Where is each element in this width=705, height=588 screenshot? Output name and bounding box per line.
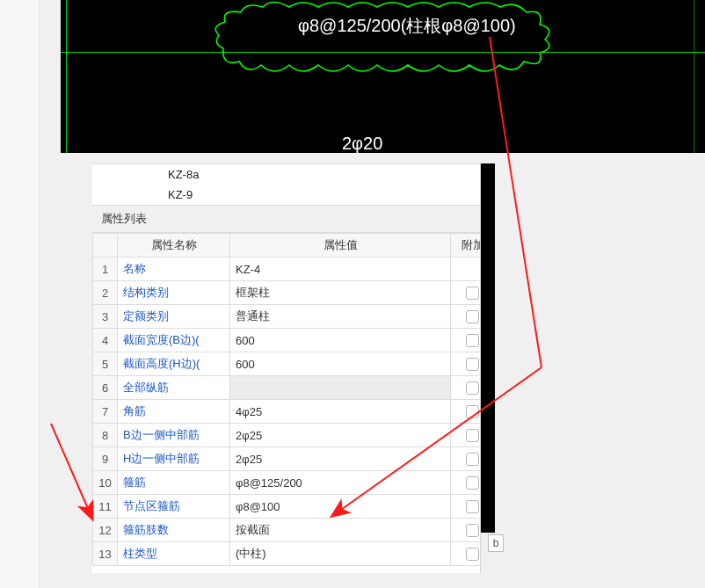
property-name[interactable]: 截面宽度(B边)(	[118, 329, 230, 352]
property-name[interactable]: 箍筋肢数	[118, 519, 230, 542]
table-row[interactable]: 12箍筋肢数按截面	[93, 519, 495, 542]
table-row[interactable]: 9H边一侧中部筋2φ25	[93, 447, 495, 471]
viewport-edge-strip	[481, 163, 495, 533]
component-list: KZ-8a KZ-9	[92, 164, 495, 205]
svg-line-2	[51, 424, 92, 519]
property-name[interactable]: 柱类型	[118, 542, 230, 566]
property-value[interactable]: 按截面	[230, 519, 451, 542]
checkbox-icon[interactable]	[466, 476, 479, 490]
property-name[interactable]: 名称	[118, 258, 230, 281]
col-blank	[93, 234, 118, 258]
property-name[interactable]: B边一侧中部筋	[118, 424, 230, 447]
row-index: 4	[93, 329, 118, 352]
property-name[interactable]: 箍筋	[118, 471, 230, 495]
row-index: 9	[93, 447, 118, 471]
row-index: 12	[93, 519, 118, 542]
cad-viewport[interactable]: φ8@125/200(柱根φ8@100) 2φ20	[61, 0, 705, 153]
table-row[interactable]: 13柱类型(中柱)	[93, 542, 495, 566]
checkbox-icon[interactable]	[466, 334, 479, 347]
checkbox-icon[interactable]	[466, 524, 479, 537]
checkbox-icon[interactable]	[466, 548, 479, 561]
component-list-item[interactable]: KZ-8a	[92, 164, 495, 185]
table-row[interactable]: 8B边一侧中部筋2φ25	[93, 424, 495, 447]
property-value[interactable]: 4φ25	[230, 400, 451, 424]
row-index: 13	[93, 542, 118, 566]
component-list-item[interactable]: KZ-9	[92, 185, 495, 205]
row-index: 7	[93, 400, 118, 424]
cad-axis-vertical	[66, 0, 67, 153]
row-index: 10	[93, 471, 118, 495]
cad-axis-horizontal	[61, 52, 705, 53]
property-value[interactable]: 600	[230, 329, 451, 352]
table-row[interactable]: 3定额类别普通柱	[93, 305, 495, 329]
property-name[interactable]: 截面高度(H边)(	[118, 352, 230, 376]
row-index: 6	[93, 376, 118, 400]
property-table: 属性名称 属性值 附加 1名称KZ-42结构类别框架柱3定额类别普通柱4截面宽度…	[92, 233, 495, 566]
cad-stirrup-annotation: φ8@125/200(柱根φ8@100)	[298, 14, 516, 38]
table-row[interactable]: 10箍筋φ8@125/200	[93, 471, 495, 495]
property-value[interactable]: KZ-4	[230, 258, 451, 281]
table-row[interactable]: 6全部纵筋	[93, 376, 495, 400]
property-panel: KZ-8a KZ-9 属性列表 属性名称 属性值 附加 1名称KZ-42结构类别…	[92, 163, 495, 573]
aux-mini-button[interactable]: b	[488, 534, 504, 552]
property-value[interactable]: φ8@125/200	[230, 471, 451, 495]
col-value: 属性值	[230, 234, 451, 258]
property-name[interactable]: 全部纵筋	[118, 376, 230, 400]
property-name[interactable]: 节点区箍筋	[118, 495, 230, 519]
property-value[interactable]: 2φ25	[230, 447, 451, 471]
checkbox-icon[interactable]	[466, 453, 479, 466]
row-index: 1	[93, 258, 118, 281]
property-name[interactable]: 角筋	[118, 400, 230, 424]
checkbox-icon[interactable]	[466, 358, 479, 371]
checkbox-icon[interactable]	[466, 429, 479, 442]
table-row[interactable]: 4截面宽度(B边)(600	[93, 329, 495, 352]
left-gutter	[0, 0, 40, 588]
table-row[interactable]: 5截面高度(H边)(600	[93, 352, 495, 376]
table-row[interactable]: 11节点区箍筋φ8@100	[93, 495, 495, 519]
row-index: 11	[93, 495, 118, 519]
property-list-header: 属性列表	[92, 205, 495, 233]
table-row[interactable]: 7角筋4φ25	[93, 400, 495, 424]
property-value[interactable]: 2φ25	[230, 424, 451, 447]
checkbox-icon[interactable]	[466, 310, 479, 323]
row-index: 2	[93, 281, 118, 305]
property-value[interactable]: 普通柱	[230, 305, 451, 329]
checkbox-icon[interactable]	[466, 500, 479, 513]
property-value[interactable]: (中柱)	[230, 542, 451, 566]
property-name[interactable]: H边一侧中部筋	[118, 447, 230, 471]
row-index: 5	[93, 352, 118, 376]
property-value[interactable]: 600	[230, 352, 451, 376]
checkbox-icon[interactable]	[466, 381, 479, 395]
checkbox-icon[interactable]	[466, 405, 479, 418]
property-table-head-row: 属性名称 属性值 附加	[93, 234, 495, 258]
col-name: 属性名称	[118, 234, 230, 258]
property-value[interactable]: 框架柱	[230, 281, 451, 305]
page-root: φ8@125/200(柱根φ8@100) 2φ20 KZ-8a KZ-9 属性列…	[0, 0, 705, 588]
cad-cloud-icon	[206, 0, 575, 79]
property-name[interactable]: 定额类别	[118, 305, 230, 329]
cad-rebar-label: 2φ20	[342, 134, 382, 153]
property-value[interactable]	[230, 376, 451, 400]
table-row[interactable]: 2结构类别框架柱	[93, 281, 495, 305]
checkbox-icon[interactable]	[466, 287, 479, 300]
row-index: 8	[93, 424, 118, 447]
table-row[interactable]: 1名称KZ-4	[93, 258, 495, 281]
row-index: 3	[93, 305, 118, 329]
property-value[interactable]: φ8@100	[230, 495, 451, 519]
property-name[interactable]: 结构类别	[118, 281, 230, 305]
cad-axis-vertical	[694, 0, 694, 153]
